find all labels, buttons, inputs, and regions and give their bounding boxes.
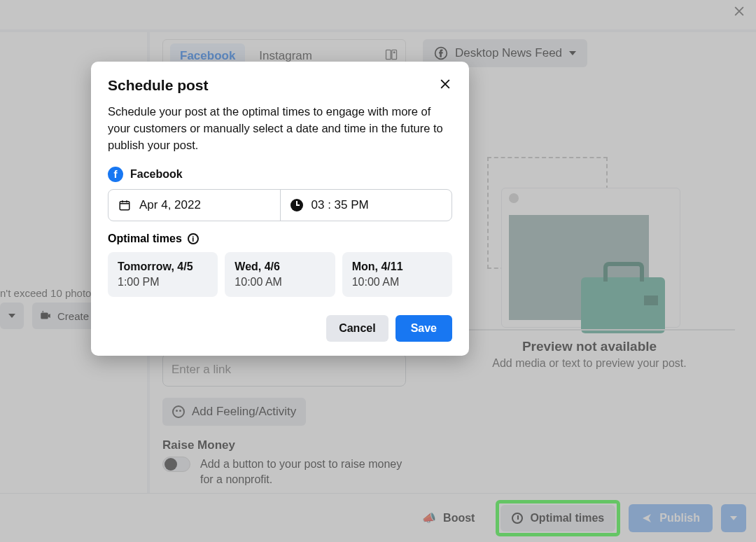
add-feeling-button[interactable]: Add Feeling/Activity <box>162 398 306 426</box>
publish-label: Publish <box>659 512 700 524</box>
modal-title: Schedule post <box>108 77 209 94</box>
create-button-label: Create <box>57 310 89 322</box>
platform-row: f Facebook <box>108 167 452 182</box>
svg-point-2 <box>393 52 395 53</box>
optimal-time-card[interactable]: Wed, 4/6 10:00 AM <box>225 252 335 297</box>
date-value: Apr 4, 2022 <box>139 198 201 212</box>
optimal-time-label: Wed, 4/6 <box>234 260 325 273</box>
chevron-down-icon <box>730 516 737 520</box>
chevron-down-icon <box>8 314 15 318</box>
optimal-time-card[interactable]: Mon, 4/11 10:00 AM <box>342 252 452 297</box>
optimal-time-label: Mon, 4/11 <box>352 260 442 273</box>
optimal-times-button[interactable]: Optimal times <box>500 505 615 531</box>
optimal-time-label: Tomorrow, 4/5 <box>118 260 208 273</box>
publish-button[interactable]: Publish <box>629 504 713 532</box>
close-icon <box>438 77 452 91</box>
clock-icon <box>512 513 523 524</box>
photo-limit-text: n't exceed 10 photos. <box>0 287 99 299</box>
divider <box>433 329 735 331</box>
facebook-circle-icon <box>434 46 448 60</box>
optimal-time-options: Tomorrow, 4/5 1:00 PM Wed, 4/6 10:00 AM … <box>108 252 452 297</box>
dropdown-stub-button[interactable] <box>0 303 24 329</box>
save-button[interactable]: Save <box>396 315 452 342</box>
optimal-time-value: 10:00 AM <box>234 276 325 289</box>
preview-subtitle: Add media or text to preview your post. <box>423 357 756 370</box>
create-button[interactable]: Create <box>32 303 100 329</box>
clock-icon <box>290 199 303 211</box>
optimal-times-label: Optimal times <box>530 512 604 524</box>
time-picker[interactable]: 03 : 35 PM <box>280 190 452 221</box>
preview-selector-label: Desktop News Feed <box>455 46 562 60</box>
bottom-bar: 📣 Boost Optimal times Publish <box>0 493 756 542</box>
optimal-times-heading-row: Optimal times i <box>108 232 452 245</box>
svg-rect-4 <box>41 313 48 319</box>
date-picker[interactable]: Apr 4, 2022 <box>108 190 280 221</box>
close-icon[interactable] <box>732 4 746 22</box>
optimal-time-card[interactable]: Tomorrow, 4/5 1:00 PM <box>108 252 218 297</box>
modal-close-button[interactable] <box>438 77 452 94</box>
schedule-post-modal: Schedule post Schedule your post at the … <box>91 62 469 356</box>
svg-rect-5 <box>120 202 130 210</box>
dot-icon <box>509 193 519 203</box>
raise-money-toggle[interactable] <box>162 457 190 472</box>
raise-money-description: Add a button to your post to raise money… <box>200 457 406 487</box>
megaphone-icon: 📣 <box>422 511 436 524</box>
modal-actions: Cancel Save <box>108 315 452 342</box>
suitcase-icon <box>581 277 665 333</box>
preview-title: Preview not available <box>423 339 756 354</box>
modal-description: Schedule your post at the optimal times … <box>108 104 452 154</box>
optimal-time-value: 1:00 PM <box>118 276 208 289</box>
raise-money-row: Add a button to your post to raise money… <box>162 457 406 487</box>
optimal-time-value: 10:00 AM <box>352 276 442 289</box>
boost-button[interactable]: 📣 Boost <box>410 504 487 531</box>
svg-rect-0 <box>386 50 391 59</box>
toggle-knob <box>164 458 177 471</box>
platform-label: Facebook <box>130 168 183 181</box>
optimal-times-highlight: Optimal times <box>496 500 620 536</box>
send-icon <box>641 513 652 524</box>
raise-money-heading: Raise Money <box>162 438 235 452</box>
info-icon[interactable]: i <box>188 233 199 244</box>
video-sparkle-icon <box>39 310 52 322</box>
boost-label: Boost <box>443 512 475 524</box>
calendar-icon <box>118 199 131 211</box>
smile-icon <box>172 405 185 418</box>
optimal-times-heading: Optimal times <box>108 232 182 245</box>
cancel-button[interactable]: Cancel <box>326 315 388 342</box>
publish-dropdown-button[interactable] <box>721 504 746 532</box>
add-feeling-label: Add Feeling/Activity <box>192 405 296 419</box>
chevron-down-icon <box>569 51 576 55</box>
time-value: 03 : 35 PM <box>312 198 369 212</box>
link-input-placeholder: Enter a link <box>172 363 231 377</box>
link-input[interactable]: Enter a link <box>162 353 406 387</box>
facebook-logo-icon: f <box>108 167 123 182</box>
date-time-picker: Apr 4, 2022 03 : 35 PM <box>108 189 452 221</box>
